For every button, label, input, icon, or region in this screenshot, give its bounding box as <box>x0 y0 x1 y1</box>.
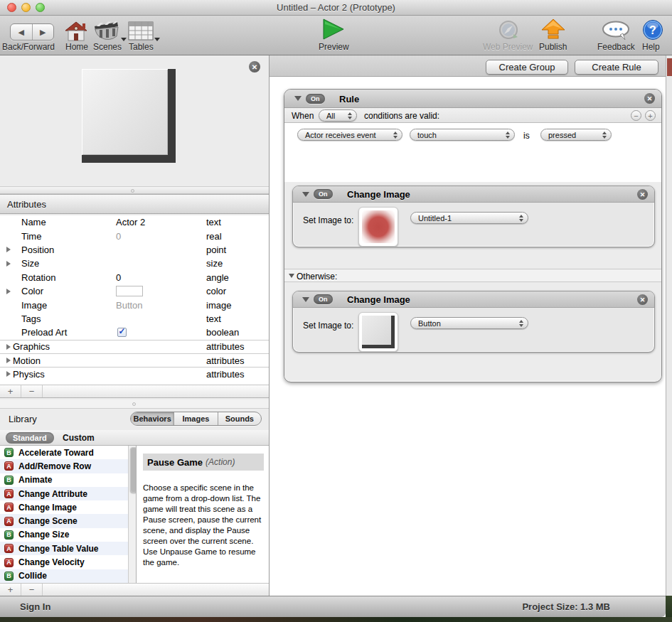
behavior-list-item[interactable]: BAccelerate Toward <box>0 446 128 459</box>
attributes-table: NameActor 2textTime0realPositionpointSiz… <box>0 215 269 385</box>
otherwise-disclosure-triangle[interactable] <box>289 274 294 278</box>
behavior-list-item[interactable]: AAdd/Remove Row <box>0 459 128 473</box>
add-attribute-button[interactable]: + <box>0 385 21 397</box>
home-icon[interactable] <box>65 21 87 41</box>
tables-dropdown-caret[interactable] <box>154 38 160 41</box>
change-image-header-2[interactable]: On Change Image ✕ <box>293 291 654 308</box>
disclosure-triangle[interactable] <box>6 289 11 294</box>
library-tab-sounds[interactable]: Sounds <box>218 412 261 425</box>
remove-attribute-button[interactable]: − <box>21 385 43 397</box>
change-image-on-toggle[interactable]: On <box>314 189 333 199</box>
rule-on-toggle[interactable]: On <box>306 94 325 104</box>
attribute-row[interactable]: Preload Art✓boolean <box>0 326 269 339</box>
preload-art-checkbox[interactable]: ✓ <box>117 328 127 337</box>
back-forward-control[interactable]: ◀ ▶ <box>10 23 54 41</box>
tables-icon[interactable] <box>128 21 154 41</box>
library-tab-images[interactable]: Images <box>174 412 218 425</box>
rule-close-button[interactable]: ✕ <box>644 93 655 104</box>
back-button[interactable]: ◀ <box>11 24 33 40</box>
library-tab-behaviors[interactable]: Behaviors <box>131 412 174 425</box>
subtab-custom[interactable]: Custom <box>63 433 95 443</box>
attribute-row[interactable]: Rotation0angle <box>0 271 269 284</box>
disclosure-triangle[interactable] <box>6 247 11 252</box>
image-select-popup-2[interactable]: Button <box>410 317 528 329</box>
publish-icon[interactable] <box>541 18 565 41</box>
change-image-on-toggle-2[interactable]: On <box>314 294 333 304</box>
change-image-close-button[interactable]: ✕ <box>637 189 648 200</box>
attribute-row[interactable]: Sizesize <box>0 257 269 270</box>
attribute-row[interactable]: Graphicsattributes <box>0 340 269 353</box>
library-add-button[interactable]: + <box>0 584 21 596</box>
change-image-close-button-2[interactable]: ✕ <box>637 294 648 305</box>
sign-in-button[interactable]: Sign In <box>20 601 50 612</box>
behavior-list-item[interactable]: AChange Scene <box>0 514 128 527</box>
condition-target-popup[interactable]: touch <box>410 129 515 141</box>
preview-label: Preview <box>319 42 349 52</box>
image-thumbnail-button[interactable] <box>358 312 398 352</box>
set-image-label-2: Set Image to: <box>303 321 353 331</box>
attribute-row[interactable]: ImageButtonimage <box>0 298 269 311</box>
forward-button[interactable]: ▶ <box>33 24 54 40</box>
subtab-standard[interactable]: Standard <box>6 432 54 444</box>
preview-splitter[interactable] <box>0 186 269 194</box>
attribute-row[interactable]: Motionattributes <box>0 353 269 367</box>
create-group-button[interactable]: Create Group <box>486 60 568 75</box>
behavior-list-item[interactable]: BCollide <box>0 569 128 583</box>
attribute-row[interactable]: Positionpoint <box>0 243 269 257</box>
behavior-list-scrollbar[interactable] <box>128 446 136 583</box>
behavior-list-item[interactable]: BChange Size <box>0 528 128 542</box>
create-rule-button[interactable]: Create Rule <box>575 60 658 75</box>
attribute-row[interactable]: NameActor 2text <box>0 215 269 229</box>
scenes-dropdown-caret[interactable] <box>121 38 127 41</box>
rule-disclosure-triangle[interactable] <box>294 96 302 101</box>
change-image-disclosure-triangle[interactable] <box>302 192 309 197</box>
image-thumbnail-red[interactable] <box>358 207 398 247</box>
disclosure-triangle[interactable] <box>6 358 11 363</box>
change-image-title-2: Change Image <box>347 294 410 305</box>
add-condition-button[interactable]: + <box>645 110 656 121</box>
attribute-name: Tags <box>21 313 41 324</box>
title-bar[interactable]: Untitled – Actor 2 (Prototype) <box>0 0 672 16</box>
behavior-list-item[interactable]: AChange Velocity <box>0 555 128 569</box>
remove-condition-button[interactable]: − <box>631 110 641 121</box>
condition-value-popup[interactable]: pressed <box>540 129 612 141</box>
behavior-list-item[interactable]: AChange Table Value <box>0 542 128 555</box>
close-actor-button[interactable]: ✕ <box>249 61 260 73</box>
attribute-value[interactable]: 0 <box>116 272 121 283</box>
attributes-scrollbar[interactable] <box>0 400 269 409</box>
library-title: Library <box>9 414 37 424</box>
otherwise-row[interactable]: Otherwise: <box>284 269 661 282</box>
change-image-disclosure-triangle-2[interactable] <box>302 297 309 302</box>
when-popup[interactable]: All <box>319 109 357 122</box>
behavior-list-item[interactable]: BAnimate <box>0 473 128 487</box>
attribute-row[interactable]: Physicsattributes <box>0 367 269 380</box>
feedback-icon[interactable] <box>602 21 630 41</box>
attribute-row[interactable]: Time0real <box>0 229 269 242</box>
actor-preview-area: ✕ <box>0 55 269 186</box>
behavior-list-item[interactable]: AChange Image <box>0 500 128 514</box>
actor-inspector-panel: ✕ Attributes NameActor 2textTime0realPos… <box>0 55 270 596</box>
attribute-value[interactable]: Actor 2 <box>116 217 145 227</box>
attribute-row[interactable]: Colorcolor <box>0 284 269 298</box>
editor-scroll-gutter[interactable] <box>666 55 672 596</box>
disclosure-triangle[interactable] <box>6 371 11 377</box>
disclosure-triangle[interactable] <box>6 344 11 350</box>
color-swatch[interactable] <box>116 286 143 296</box>
condition-event-popup[interactable]: Actor receives event <box>297 129 402 141</box>
library-remove-button[interactable]: − <box>21 584 43 596</box>
attribute-name: Time <box>21 231 41 242</box>
change-image-header[interactable]: On Change Image ✕ <box>293 186 654 203</box>
behavior-list-item[interactable]: AChange Attribute <box>0 487 128 500</box>
rule-header[interactable]: On Rule ✕ <box>284 90 661 108</box>
scenes-icon[interactable] <box>92 21 121 42</box>
attribute-type: point <box>206 245 226 255</box>
attribute-row[interactable]: Tagstext <box>0 312 269 326</box>
preview-icon[interactable] <box>321 18 345 41</box>
help-icon[interactable]: ? <box>642 19 663 41</box>
image-select-popup[interactable]: Untitled-1 <box>410 212 528 224</box>
attribute-value[interactable]: 0 <box>116 231 121 242</box>
attribute-name: Graphics <box>13 341 50 352</box>
attribute-value[interactable]: Button <box>116 300 143 311</box>
publish-label: Publish <box>539 42 567 52</box>
disclosure-triangle[interactable] <box>6 261 11 267</box>
